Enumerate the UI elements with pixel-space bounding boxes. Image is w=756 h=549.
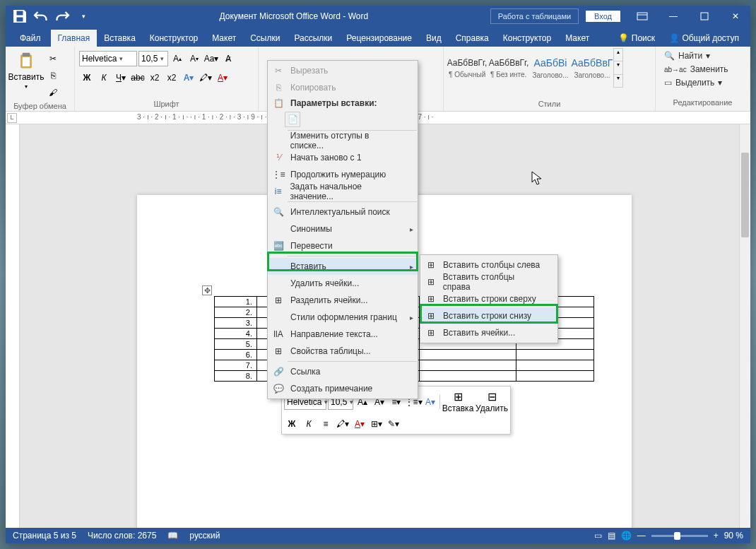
ctx-new-comment[interactable]: 💬Создать примечание xyxy=(268,380,418,397)
grow-font-icon[interactable]: A▴ xyxy=(170,51,185,66)
ctx-cut[interactable]: ✂Вырезать xyxy=(268,62,418,79)
tab-home[interactable]: Главная xyxy=(51,30,98,47)
minimize-icon[interactable]: ― xyxy=(658,6,688,27)
sub-insert-cols-left[interactable]: ⊞Вставить столбцы слева xyxy=(420,256,557,273)
status-page[interactable]: Страница 5 из 5 xyxy=(13,531,76,541)
mini-delete-button[interactable]: ⊟Удалить xyxy=(476,389,508,415)
tab-insert[interactable]: Вставка xyxy=(97,30,143,47)
mini-bold-button[interactable]: Ж xyxy=(284,416,300,432)
highlight-icon[interactable]: 🖍▾ xyxy=(198,70,213,85)
tab-design[interactable]: Конструктор xyxy=(143,30,205,47)
tab-review[interactable]: Рецензирование xyxy=(339,30,419,47)
sub-insert-cells[interactable]: ⊞Вставить ячейки... xyxy=(420,324,557,341)
view-read-icon[interactable]: ▭ xyxy=(594,531,602,541)
copy-icon[interactable]: ⎘ xyxy=(45,68,61,83)
save-icon[interactable] xyxy=(11,8,28,25)
replace-button[interactable]: ab→acЗаменить xyxy=(661,63,731,76)
sub-insert-cols-right[interactable]: ⊞Вставить столбцы справа xyxy=(420,273,557,290)
tab-references[interactable]: Ссылки xyxy=(243,30,287,47)
paste-keep-source-icon[interactable]: 📄 xyxy=(285,112,300,127)
tab-layout[interactable]: Макет xyxy=(205,30,243,47)
gallery-down-icon[interactable]: ▾ xyxy=(614,61,622,73)
style-nospace[interactable]: АаБбВвГг,¶ Без инте... xyxy=(488,48,529,88)
login-button[interactable]: Вход xyxy=(586,11,620,22)
ctx-link[interactable]: 🔗Ссылка xyxy=(268,363,418,380)
font-color-icon[interactable]: A▾ xyxy=(215,70,230,85)
qat-customize-icon[interactable]: ▾ xyxy=(75,8,92,25)
mini-insert-button[interactable]: ⊞Вставка xyxy=(442,389,474,415)
zoom-out-icon[interactable]: ― xyxy=(637,531,646,541)
clear-format-icon[interactable]: A̷ xyxy=(220,51,236,66)
select-button[interactable]: ▭Выделить ▾ xyxy=(661,76,725,89)
ctx-delete-cells[interactable]: Удалить ячейки... xyxy=(268,275,418,292)
tab-tabletools-design[interactable]: Конструктор xyxy=(496,30,558,47)
mini-borders-icon[interactable]: ⊞▾ xyxy=(369,416,384,432)
ctx-copy[interactable]: ⎘Копировать xyxy=(268,79,418,96)
redo-icon[interactable] xyxy=(54,8,71,25)
ruler-vertical[interactable] xyxy=(6,124,20,528)
status-words[interactable]: Число слов: 2675 xyxy=(88,531,156,541)
italic-button[interactable]: К xyxy=(96,70,112,85)
find-button[interactable]: 🔍Найти ▾ xyxy=(661,49,713,62)
ctx-smart-lookup[interactable]: 🔍Интеллектуальный поиск xyxy=(268,203,418,220)
ctx-continue-numbering[interactable]: ⋮≡Продолжить нумерацию xyxy=(268,166,418,183)
mini-highlight-icon[interactable]: 🖍▾ xyxy=(335,416,350,432)
tab-search[interactable]: 💡 Поиск xyxy=(611,30,662,47)
undo-icon[interactable] xyxy=(33,8,49,25)
underline-button[interactable]: Ч▾ xyxy=(113,70,129,85)
shrink-font-icon[interactable]: A▾ xyxy=(187,51,202,66)
format-painter-icon[interactable]: 🖌 xyxy=(45,85,61,100)
tab-tabletools-layout[interactable]: Макет xyxy=(558,30,596,47)
font-size-combo[interactable]: 10,5▾ xyxy=(138,51,168,66)
ribbon-options-icon[interactable] xyxy=(627,6,657,27)
paste-button[interactable]: Вставить ▾ xyxy=(8,48,44,93)
ctx-text-direction[interactable]: llAНаправление текста... xyxy=(268,326,418,343)
ctx-split-cells[interactable]: ⊞Разделить ячейки... xyxy=(268,292,418,309)
status-proof-icon[interactable]: 📖 xyxy=(167,531,178,541)
view-web-icon[interactable]: 🌐 xyxy=(621,531,632,541)
mini-italic-button[interactable]: К xyxy=(301,416,317,432)
style-normal[interactable]: АаБбВвГг,¶ Обычный xyxy=(447,48,488,88)
change-case-icon[interactable]: Aa▾ xyxy=(203,51,219,66)
status-lang[interactable]: русский xyxy=(189,531,220,541)
gallery-more-icon[interactable]: ▾ xyxy=(614,74,622,87)
styles-gallery[interactable]: АаБбВвГг,¶ Обычный АаБбВвГг,¶ Без инте..… xyxy=(447,48,623,88)
font-name-combo[interactable]: Helvetica▾ xyxy=(79,51,137,66)
copy-icon: ⎘ xyxy=(272,81,285,94)
subscript-button[interactable]: x2 xyxy=(147,70,163,85)
scrollbar-thumb[interactable] xyxy=(741,153,749,237)
gallery-up-icon[interactable]: ▴ xyxy=(614,49,622,61)
style-heading2[interactable]: АаБбВвГЗаголово... xyxy=(572,48,613,88)
strike-button[interactable]: abc xyxy=(130,70,146,85)
ctx-set-value[interactable]: i≡Задать начальное значение... xyxy=(268,183,418,200)
ctx-table-properties[interactable]: ⊞Свойства таблицы... xyxy=(268,343,418,360)
zoom-value[interactable]: 90 % xyxy=(724,531,743,541)
table-tools-label: Работа с таблицами xyxy=(490,8,579,24)
ctx-adjust-indents[interactable]: Изменить отступы в списке... xyxy=(268,132,418,149)
zoom-in-icon[interactable]: + xyxy=(714,531,719,541)
tab-help[interactable]: Справка xyxy=(449,30,496,47)
ctx-border-styles[interactable]: Стили оформления границ▸ xyxy=(268,309,418,326)
text-effects-icon[interactable]: A▾ xyxy=(181,70,196,85)
cut-icon[interactable]: ✂ xyxy=(45,51,61,66)
tab-file[interactable]: Файл xyxy=(10,30,51,47)
mini-pen-icon[interactable]: ✎▾ xyxy=(386,416,401,432)
mini-fontcolor-icon[interactable]: A▾ xyxy=(352,416,367,432)
close-icon[interactable]: ✕ xyxy=(721,6,750,27)
titlebar: ▾ Документ Microsoft Office Word - Word … xyxy=(6,6,750,27)
tab-share[interactable]: 👤 Общий доступ xyxy=(662,30,746,47)
zoom-slider[interactable] xyxy=(651,535,708,537)
tab-mailings[interactable]: Рассылки xyxy=(287,30,339,47)
ctx-restart-numbering[interactable]: ⅟Начать заново с 1 xyxy=(268,149,418,166)
ctx-synonyms[interactable]: Синонимы▸ xyxy=(268,220,418,237)
superscript-button[interactable]: x2 xyxy=(164,70,179,85)
mini-underline-icon[interactable]: ≡ xyxy=(318,416,333,432)
view-print-icon[interactable]: ▤ xyxy=(608,531,615,541)
maximize-icon[interactable] xyxy=(690,6,719,27)
mini-styles-icon[interactable]: A▾ xyxy=(423,394,438,410)
tab-view[interactable]: Вид xyxy=(419,30,449,47)
bold-button[interactable]: Ж xyxy=(79,70,95,85)
scrollbar-vertical[interactable] xyxy=(739,124,750,528)
table-move-handle[interactable]: ✥ xyxy=(202,285,212,295)
style-heading1[interactable]: АаБбВіЗаголово... xyxy=(530,48,571,88)
